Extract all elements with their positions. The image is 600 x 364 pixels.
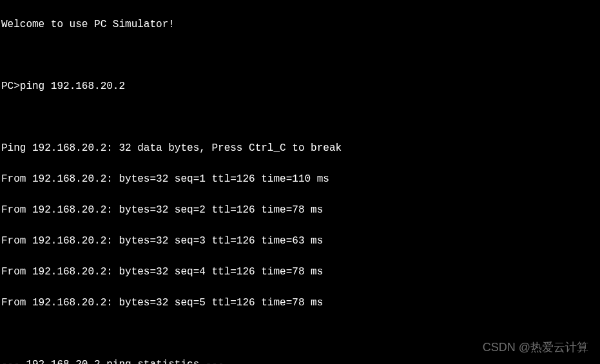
ping-reply: From 192.168.20.2: bytes=32 seq=2 ttl=12… — [1, 202, 599, 218]
ping-reply: From 192.168.20.2: bytes=32 seq=4 ttl=12… — [1, 264, 599, 280]
blank-line — [1, 48, 599, 63]
blank-line — [1, 326, 599, 341]
ping-reply: From 192.168.20.2: bytes=32 seq=1 ttl=12… — [1, 171, 599, 187]
prompt-line-1: PC>ping 192.168.20.2 — [1, 79, 599, 94]
ping-reply: From 192.168.20.2: bytes=32 seq=3 ttl=12… — [1, 233, 599, 249]
welcome-line: Welcome to use PC Simulator! — [1, 17, 599, 32]
stats-header: --- 192.168.20.2 ping statistics --- — [1, 357, 599, 364]
terminal-output[interactable]: Welcome to use PC Simulator! PC>ping 192… — [0, 0, 600, 364]
prompt: PC> — [1, 81, 20, 92]
ping-header: Ping 192.168.20.2: 32 data bytes, Press … — [1, 140, 599, 156]
blank-line — [1, 110, 599, 125]
command-text: ping 192.168.20.2 — [20, 81, 125, 92]
ping-reply: From 192.168.20.2: bytes=32 seq=5 ttl=12… — [1, 295, 599, 311]
